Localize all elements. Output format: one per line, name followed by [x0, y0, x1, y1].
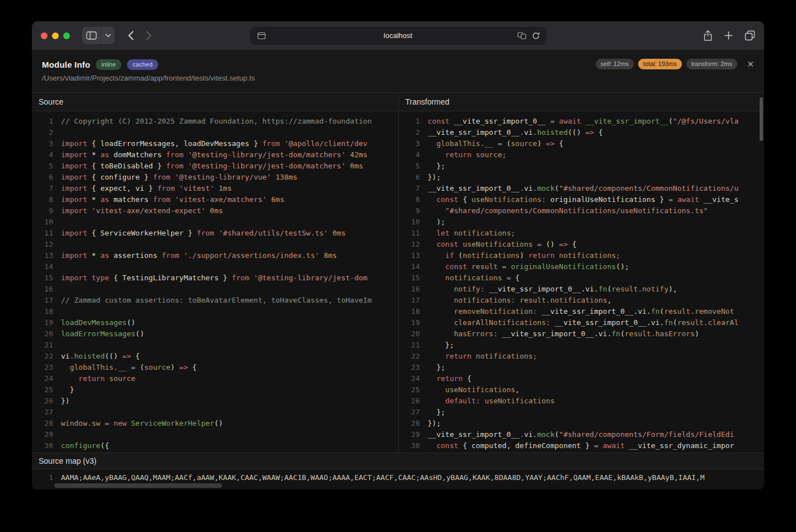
line-number: 3	[32, 138, 53, 149]
line-number: 6	[399, 172, 420, 183]
line-number: 20	[32, 328, 53, 340]
line-number: 28	[32, 418, 53, 429]
cached-badge: cached	[127, 59, 158, 70]
code-text: import { configure } from '@testing-libr…	[61, 172, 298, 183]
line-number: 9	[32, 205, 53, 216]
translate-icon[interactable]	[517, 32, 526, 40]
share-button[interactable]	[703, 30, 713, 41]
line-number: 29	[399, 429, 420, 440]
line-number: 6	[32, 172, 53, 183]
code-line: 20 hasErrors: __vite_ssr_import_0__.vi.f…	[399, 328, 765, 340]
code-text: import { expect, vi } from 'vitest' 1ms	[61, 183, 232, 194]
line-number: 16	[399, 284, 420, 295]
code-line: 30configure({	[32, 440, 398, 451]
line-number: 19	[399, 317, 420, 328]
line-number: 22	[32, 351, 53, 362]
fullscreen-window-button[interactable]	[63, 32, 70, 39]
reload-icon[interactable]	[532, 32, 540, 40]
line-number: 19	[32, 317, 53, 328]
forward-button[interactable]	[146, 31, 152, 40]
code-text: hasErrors: __vite_ssr_import_0__.vi.fn(r…	[428, 328, 699, 340]
line-number: 18	[32, 306, 53, 317]
code-line: 6import { configure } from '@testing-lib…	[32, 172, 398, 183]
code-text: default: useNotifications	[428, 396, 555, 407]
code-line: 13 if (notifications) return notificatio…	[399, 250, 765, 261]
page-title: Module Info	[42, 60, 90, 69]
code-line: 25 }	[32, 384, 398, 396]
line-number: 4	[399, 149, 420, 161]
code-line: 2	[32, 127, 398, 138]
line-number: 21	[399, 340, 420, 351]
code-line: 3 globalThis.__ = (source) => {	[399, 138, 765, 149]
close-window-button[interactable]	[41, 32, 48, 39]
code-line: 1// Copyright (C) 2012-2025 Zammad Found…	[32, 116, 398, 127]
code-text: // Zammad custom assertions: toBeAvatarE…	[61, 295, 372, 306]
code-text: loadErrorMessages()	[61, 328, 144, 340]
code-line: 15import type { TestingLibraryMatchers }…	[32, 272, 398, 284]
line-number: 3	[399, 138, 420, 149]
line-number: 17	[399, 295, 420, 306]
code-text: clearAllNotifications: __vite_ssr_import…	[428, 317, 739, 328]
code-text: globalThis.__ = (source) => {	[428, 138, 564, 149]
code-text: });	[428, 418, 441, 429]
code-text: import * as matchers from 'vitest-axe/ma…	[61, 194, 284, 205]
code-text: return source;	[428, 149, 507, 161]
code-line: 16	[32, 284, 398, 295]
inline-badge: inline	[96, 59, 121, 70]
page-content: Module Info inline cached self: 12ms tot…	[32, 50, 764, 489]
code-text: const result = originalUseNotifications(…	[428, 261, 629, 272]
code-line: 9 "#shared/components/CommonNotification…	[399, 205, 765, 216]
tabs-icon	[745, 30, 755, 41]
sidebar-toggle-button[interactable]	[82, 27, 115, 44]
vertical-scrollbar[interactable]	[760, 97, 763, 141]
code-text: };	[428, 362, 445, 373]
code-text: useNotifications,	[428, 384, 520, 396]
code-text: const { useNotifications: originalUseNot…	[428, 194, 739, 205]
new-tab-button[interactable]	[724, 31, 733, 40]
close-panel-button[interactable]: ✕	[745, 57, 756, 72]
line-number: 25	[399, 384, 420, 396]
code-line: 3import { loadErrorMessages, loadDevMess…	[32, 138, 398, 149]
code-text: );	[428, 216, 445, 228]
code-text: globalThis.__ = (source) => {	[61, 362, 197, 373]
code-text: };	[428, 340, 454, 351]
line-number: 13	[399, 250, 420, 261]
source-code-viewer[interactable]: 1// Copyright (C) 2012-2025 Zammad Found…	[32, 111, 398, 453]
code-text: const __vite_ssr_import_0__ = await __vi…	[428, 116, 739, 127]
address-bar[interactable]: localhost	[250, 27, 547, 45]
code-text: notifications = {	[428, 272, 520, 284]
line-number: 16	[32, 284, 53, 295]
browser-window: localhost	[32, 21, 764, 489]
chevron-down-icon	[101, 27, 115, 44]
back-button[interactable]	[128, 31, 134, 40]
code-line: 12 const useNotifications = () => {	[399, 239, 765, 250]
source-pane: Source 1// Copyright (C) 2012-2025 Zamma…	[32, 93, 398, 453]
code-line: 5 };	[399, 161, 765, 172]
code-line: 4import * as domMatchers from '@testing-…	[32, 149, 398, 161]
desktop-background: localhost	[0, 0, 796, 532]
code-line: 25 useNotifications,	[399, 384, 765, 396]
code-line: 21	[32, 340, 398, 351]
transformed-code-viewer[interactable]: 1const __vite_ssr_import_0__ = await __v…	[399, 111, 765, 453]
code-text: import * as domMatchers from '@testing-l…	[61, 149, 368, 161]
code-text: };	[428, 407, 445, 418]
chevron-right-icon	[146, 31, 152, 40]
code-line: 23 globalThis.__ = (source) => {	[32, 362, 398, 373]
line-number: 24	[399, 373, 420, 384]
line-number: 23	[399, 362, 420, 373]
plus-icon	[724, 31, 733, 40]
code-text: }	[61, 384, 74, 396]
line-number: 22	[399, 351, 420, 362]
code-text: import * as assertions from './support/a…	[61, 250, 337, 261]
horizontal-scrollbar[interactable]	[54, 483, 222, 488]
navigation-buttons	[128, 31, 152, 40]
toolbar-right-buttons	[703, 30, 755, 41]
self-time-badge: self: 12ms	[596, 59, 634, 69]
code-line: 14	[32, 261, 398, 272]
code-text: return notifications;	[428, 351, 538, 362]
code-line: 24 return {	[399, 373, 765, 384]
line-number: 12	[399, 239, 420, 250]
code-line: 9import 'vitest-axe/extend-expect' 0ms	[32, 205, 398, 216]
minimize-window-button[interactable]	[52, 32, 59, 39]
tab-overview-button[interactable]	[745, 30, 755, 41]
